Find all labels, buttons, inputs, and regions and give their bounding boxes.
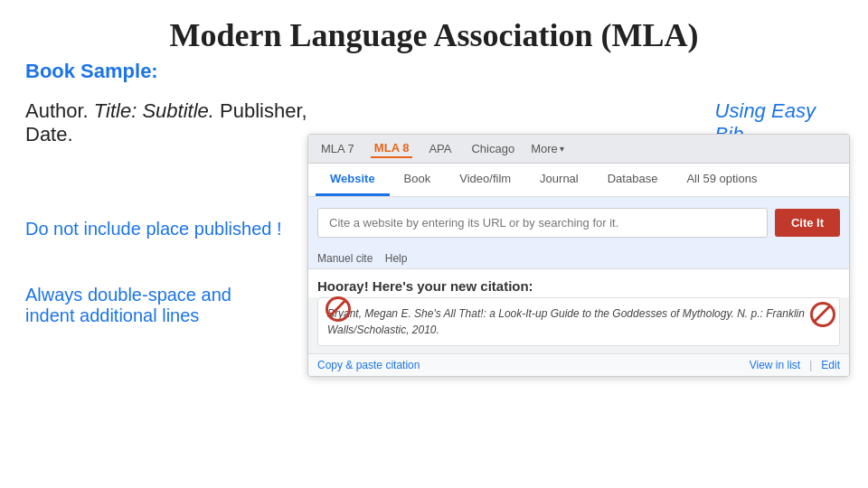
view-in-list-link[interactable]: View in list [750, 359, 800, 371]
mla8-tab[interactable]: MLA 8 [371, 139, 413, 158]
main-title: Modern Language Association (MLA) [0, 0, 868, 60]
all-options-tab[interactable]: All 59 options [672, 164, 771, 196]
book-sample-label: Book Sample: [0, 60, 868, 92]
videofilm-tab[interactable]: Video/film [445, 164, 525, 196]
citation-box: Bryant, Megan E. She's All That!: a Look… [317, 297, 840, 346]
chevron-down-icon: ▾ [560, 144, 564, 154]
edit-link[interactable]: Edit [821, 359, 840, 371]
database-tab[interactable]: Database [593, 164, 673, 196]
apa-tab[interactable]: APA [425, 140, 455, 157]
no-icon-1 [326, 296, 351, 322]
manual-cite-help-bar: Manuel cite Help [308, 249, 849, 269]
easybib-search-area: Cite It [308, 197, 849, 249]
manual-cite-link[interactable]: Manuel cite [317, 252, 373, 265]
more-label: More [531, 142, 558, 155]
easybib-top-bar: MLA 7 MLA 8 APA Chicago More ▾ [308, 135, 849, 164]
easybib-nav-tabs: Website Book Video/film Journal Database… [308, 164, 849, 197]
search-input[interactable] [317, 208, 768, 238]
citation-text: Bryant, Megan E. She's All That!: a Look… [327, 307, 805, 336]
cite-it-button[interactable]: Cite It [775, 209, 840, 237]
chicago-tab[interactable]: Chicago [467, 140, 518, 157]
easybib-footer: Copy & paste citation View in list | Edi… [308, 353, 849, 376]
journal-tab[interactable]: Journal [525, 164, 593, 196]
more-dropdown[interactable]: More ▾ [531, 142, 564, 155]
easybib-widget: MLA 7 MLA 8 APA Chicago More ▾ Website B… [307, 134, 850, 377]
no-icon-2 [810, 302, 835, 327]
mla7-tab[interactable]: MLA 7 [317, 140, 358, 157]
website-tab[interactable]: Website [316, 164, 390, 196]
copy-paste-link[interactable]: Copy & paste citation [317, 359, 420, 371]
help-link[interactable]: Help [385, 252, 408, 265]
book-tab[interactable]: Book [390, 164, 446, 196]
hooray-text: Hooray! Here's your new citation: [308, 269, 849, 297]
